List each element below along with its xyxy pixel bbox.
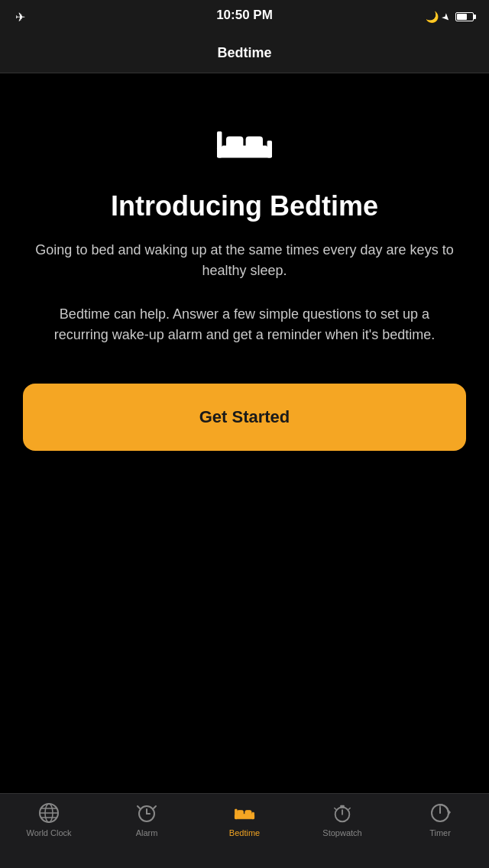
svg-line-14 <box>138 806 140 808</box>
svg-line-26 <box>335 808 336 809</box>
world-clock-label: World Clock <box>26 828 71 837</box>
world-clock-icon <box>37 802 60 824</box>
bedtime-label: Bedtime <box>229 828 260 837</box>
intro-description-2: Bedtime can help. Answer a few simple qu… <box>31 304 458 345</box>
svg-rect-2 <box>267 141 272 157</box>
airplane-icon: ✈ <box>15 10 25 24</box>
svg-rect-17 <box>235 809 237 819</box>
tab-alarm[interactable]: Alarm <box>98 802 196 837</box>
intro-title: Introducing Bedtime <box>111 191 378 222</box>
navigation-bar: Bedtime <box>0 34 489 73</box>
page-title: Bedtime <box>217 45 271 61</box>
svg-rect-18 <box>252 812 254 818</box>
bed-icon-wrapper <box>214 119 275 168</box>
timer-label: Timer <box>429 828 451 837</box>
tab-stopwatch[interactable]: Stopwatch <box>293 802 391 837</box>
svg-marker-31 <box>449 810 451 815</box>
status-right: 🌙 ➤ <box>426 11 474 23</box>
alarm-icon <box>135 802 158 824</box>
stopwatch-icon <box>331 802 354 824</box>
status-left: ✈ <box>15 10 25 24</box>
bed-icon <box>214 119 275 165</box>
status-bar: ✈ 10:50 PM 🌙 ➤ <box>0 0 489 34</box>
status-time: 10:50 PM <box>216 8 273 23</box>
alarm-label: Alarm <box>136 828 158 837</box>
svg-line-15 <box>154 806 156 808</box>
timer-icon <box>429 802 452 824</box>
svg-rect-21 <box>237 814 252 815</box>
main-content: Introducing Bedtime Going to bed and wak… <box>0 73 489 793</box>
get-started-button[interactable]: Get Started <box>23 384 466 451</box>
tab-timer[interactable]: Timer <box>391 802 489 837</box>
svg-rect-5 <box>222 145 267 148</box>
svg-rect-1 <box>217 131 222 157</box>
svg-line-27 <box>348 808 350 809</box>
stopwatch-label: Stopwatch <box>322 828 361 837</box>
intro-description-1: Going to bed and waking up at the same t… <box>31 240 458 281</box>
status-icons: 🌙 ➤ <box>426 11 451 23</box>
battery-indicator <box>455 12 474 21</box>
moon-icon: 🌙 <box>426 11 439 23</box>
tab-bedtime[interactable]: Bedtime <box>196 802 293 837</box>
location-icon: ➤ <box>439 10 453 24</box>
tab-world-clock[interactable]: World Clock <box>0 802 98 837</box>
bedtime-icon <box>233 802 256 824</box>
tab-bar: World Clock Alarm <box>0 793 489 868</box>
